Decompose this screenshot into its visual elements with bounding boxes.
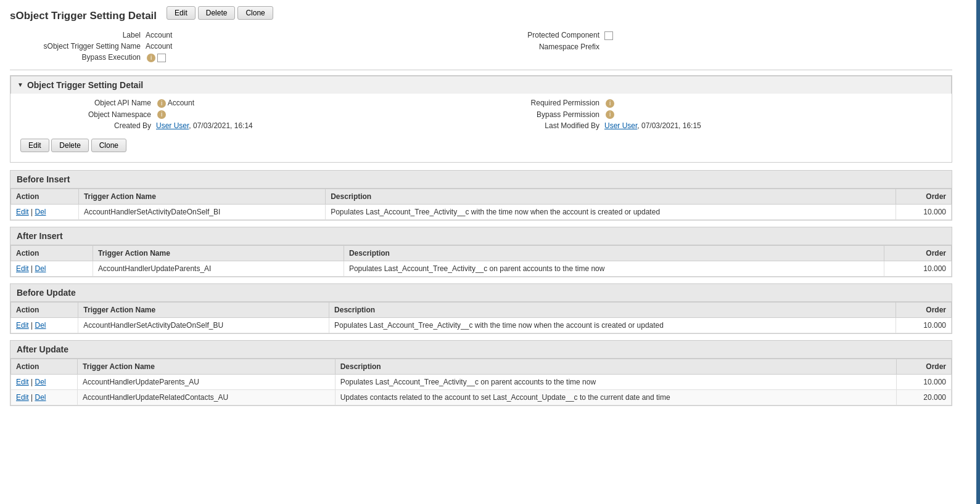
column-header-action: Action	[11, 359, 78, 375]
order-cell: 10.000	[884, 261, 951, 277]
object-trigger-right-fields: Required Permission i Bypass Permission …	[481, 99, 942, 133]
trigger-action-name-cell: AccountHandlerSetActivityDateOnSelf_BI	[78, 205, 325, 220]
trigger-sections-container: Before InsertActionTrigger Action NameDe…	[10, 170, 952, 406]
last-modified-by-link[interactable]: User User	[604, 121, 637, 130]
table-row: Edit | DelAccountHandlerSetActivityDateO…	[11, 205, 952, 220]
trigger-table-before-insert: ActionTrigger Action NameDescriptionOrde…	[10, 189, 952, 220]
trigger-table-after-insert: ActionTrigger Action NameDescriptionOrde…	[10, 245, 952, 277]
bottom-button-group: Edit Delete Clone	[20, 139, 942, 152]
order-cell: 10.000	[896, 318, 952, 333]
del-action-link[interactable]: Del	[35, 378, 46, 386]
right-header-fields: Protected Component Namespace Prefix	[481, 31, 952, 65]
created-by-link[interactable]: User User	[156, 121, 189, 130]
column-header-trigger-action-name: Trigger Action Name	[78, 303, 329, 318]
required-permission-field-row: Required Permission i	[481, 99, 942, 108]
action-cell: Edit | Del	[11, 261, 93, 277]
clone-button-top[interactable]: Clone	[237, 6, 273, 20]
del-action-link[interactable]: Del	[35, 208, 46, 216]
protected-component-checkbox[interactable]	[604, 31, 613, 40]
description-cell: Populates Last_Account_Tree_Activity__c …	[344, 261, 884, 277]
object-api-name-info-icon[interactable]: i	[157, 99, 166, 108]
left-header-fields: Label Account sObject Trigger Setting Na…	[10, 31, 481, 65]
required-permission-value: i	[604, 99, 614, 108]
object-api-name-field-row: Object API Name i Account	[20, 99, 481, 108]
column-header-description: Description	[329, 303, 896, 318]
edit-action-link[interactable]: Edit	[16, 208, 29, 216]
trigger-section-title-before-update: Before Update	[10, 284, 952, 302]
action-separator: |	[29, 208, 35, 216]
edit-button-top[interactable]: Edit	[167, 6, 196, 20]
last-modified-by-label: Last Modified By	[481, 121, 604, 130]
edit-action-link[interactable]: Edit	[16, 321, 29, 330]
delete-button-top[interactable]: Delete	[198, 6, 236, 20]
trigger-section-title-after-insert: After Insert	[10, 227, 952, 245]
bypass-permission-info-icon[interactable]: i	[606, 110, 614, 119]
del-action-link[interactable]: Del	[35, 321, 46, 330]
bypass-execution-label: Bypass Execution	[10, 53, 146, 62]
object-api-name-value: i Account	[156, 99, 194, 108]
table-row: Edit | DelAccountHandlerUpdateParents_AU…	[11, 375, 952, 390]
table-row: Edit | DelAccountHandlerSetActivityDateO…	[11, 318, 952, 333]
action-cell: Edit | Del	[11, 390, 78, 405]
bypass-execution-checkbox[interactable]	[157, 54, 166, 62]
object-namespace-info-icon[interactable]: i	[157, 110, 166, 119]
edit-action-link[interactable]: Edit	[16, 393, 29, 402]
object-namespace-value: i	[156, 110, 166, 120]
object-namespace-field-row: Object Namespace i	[20, 110, 481, 120]
edit-button-bottom[interactable]: Edit	[20, 139, 49, 152]
trigger-table-before-update: ActionTrigger Action NameDescriptionOrde…	[10, 302, 952, 333]
last-modified-by-field-row: Last Modified By User User, 07/03/2021, …	[481, 121, 942, 130]
edit-action-link[interactable]: Edit	[16, 264, 29, 273]
last-modified-by-value: User User, 07/03/2021, 16:15	[604, 121, 701, 130]
column-header-description: Description	[344, 246, 884, 261]
order-cell: 20.000	[897, 390, 952, 405]
trigger-section-title-after-update: After Update	[10, 341, 952, 359]
bypass-permission-field-row: Bypass Permission i	[481, 110, 942, 120]
description-cell: Populates Last_Account_Tree_Activity__c …	[335, 375, 897, 390]
label-value: Account	[146, 31, 172, 39]
label-field-row: Label Account	[10, 31, 481, 39]
bypass-execution-info-icon[interactable]: i	[147, 54, 155, 62]
del-action-link[interactable]: Del	[35, 264, 46, 273]
trigger-action-name-cell: AccountHandlerSetActivityDateOnSelf_BU	[78, 318, 329, 333]
created-by-value: User User, 07/03/2021, 16:14	[156, 121, 253, 130]
protected-component-field-row: Protected Component	[481, 31, 952, 40]
delete-button-bottom[interactable]: Delete	[51, 139, 89, 152]
del-action-link[interactable]: Del	[35, 393, 46, 402]
description-cell: Updates contacts related to the account …	[335, 390, 897, 405]
object-trigger-fields: Object API Name i Account Object Namespa…	[20, 99, 942, 133]
column-header-trigger-action-name: Trigger Action Name	[93, 246, 344, 261]
action-separator: |	[29, 321, 35, 330]
namespace-prefix-field-row: Namespace Prefix	[481, 43, 952, 51]
object-trigger-section: ▼ Object Trigger Setting Detail Object A…	[10, 75, 952, 163]
action-cell: Edit | Del	[11, 375, 78, 390]
column-header-action: Action	[11, 246, 93, 261]
order-cell: 10.000	[896, 205, 951, 220]
edit-action-link[interactable]: Edit	[16, 378, 29, 386]
action-separator: |	[29, 264, 35, 273]
trigger-action-name-cell: AccountHandlerUpdateParents_AI	[93, 261, 344, 277]
trigger-table-after-update: ActionTrigger Action NameDescriptionOrde…	[10, 359, 952, 405]
header-divider	[10, 70, 952, 70]
object-trigger-section-title: Object Trigger Setting Detail	[27, 80, 143, 90]
column-header-action: Action	[11, 303, 78, 318]
clone-button-bottom[interactable]: Clone	[91, 139, 126, 152]
column-header-trigger-action-name: Trigger Action Name	[78, 359, 336, 375]
table-row: Edit | DelAccountHandlerUpdateRelatedCon…	[11, 390, 952, 405]
required-permission-info-icon[interactable]: i	[606, 99, 614, 108]
trigger-section-before-insert: Before InsertActionTrigger Action NameDe…	[10, 170, 952, 221]
table-row: Edit | DelAccountHandlerUpdateParents_AI…	[11, 261, 952, 277]
column-header-order: Order	[896, 189, 951, 205]
trigger-section-title-before-insert: Before Insert	[10, 171, 952, 189]
top-button-group: Edit Delete Clone	[167, 6, 273, 20]
bypass-permission-label: Bypass Permission	[481, 110, 604, 119]
action-cell: Edit | Del	[11, 205, 79, 220]
created-by-field-row: Created By User User, 07/03/2021, 16:14	[20, 121, 481, 130]
order-cell: 10.000	[897, 375, 952, 390]
bypass-execution-field-row: Bypass Execution i	[10, 53, 481, 62]
action-cell: Edit | Del	[11, 318, 78, 333]
description-cell: Populates Last_Account_Tree_Activity__c …	[329, 318, 896, 333]
sobject-name-value: Account	[146, 42, 172, 51]
description-cell: Populates Last_Account_Tree_Activity__c …	[326, 205, 896, 220]
object-trigger-section-header[interactable]: ▼ Object Trigger Setting Detail	[10, 76, 952, 94]
